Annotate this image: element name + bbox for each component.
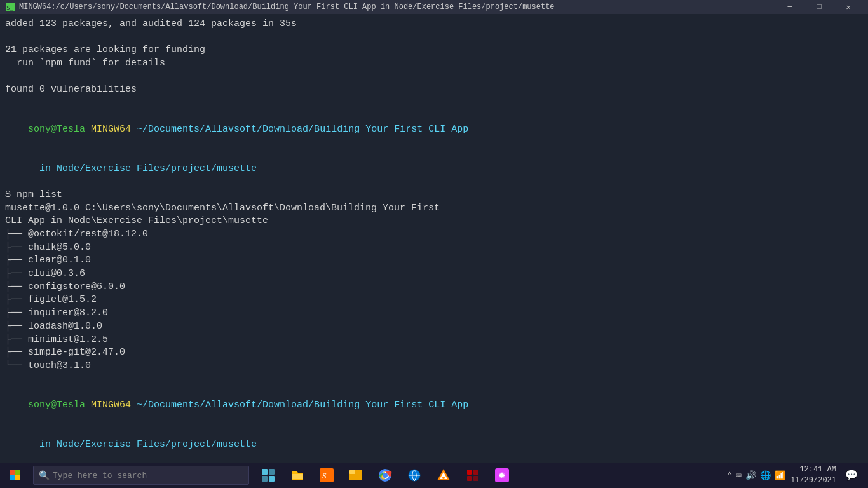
dep-line-6: ├── figlet@1.5.2: [5, 294, 863, 307]
svg-point-18: [442, 477, 445, 479]
window-controls: ─ □ ✕: [775, 0, 863, 14]
window-title: MINGW64:/c/Users/sony/Documents/Allavsof…: [19, 3, 555, 11]
prompt-mingw-2: MINGW64: [91, 400, 131, 410]
taskbar: 🔍 Type here to search S: [0, 463, 868, 488]
clock-time: 12:41 AM: [799, 464, 836, 475]
prompt-at-2: [85, 400, 91, 410]
dep-line-8: ├── loadash@1.0.0: [5, 320, 863, 334]
svg-point-16: [383, 473, 388, 478]
svg-rect-13: [349, 470, 355, 474]
system-tray: ⌃ ⌨ 🔊 🌐 📶: [727, 470, 785, 481]
maximize-button[interactable]: □: [804, 0, 834, 14]
prompt-path-1: ~/Documents/Allavsoft/Download/Building …: [137, 124, 468, 135]
svg-rect-7: [269, 469, 275, 475]
notification-button[interactable]: 💬: [841, 463, 862, 488]
svg-rect-23: [473, 476, 478, 481]
output-line-blank3: [5, 97, 863, 110]
svg-text:$_: $_: [6, 4, 13, 11]
file-manager-button[interactable]: [283, 463, 311, 488]
svg-rect-6: [262, 469, 268, 475]
dep-line-2: ├── chalk@5.0.0: [5, 241, 863, 255]
titlebar-icon-area: $_ MINGW64:/c/Users/sony/Documents/Allav…: [5, 2, 555, 12]
dep-line-7: ├── inquirer@8.2.0: [5, 307, 863, 320]
svg-rect-20: [467, 470, 472, 475]
titlebar: $_ MINGW64:/c/Users/sony/Documents/Allav…: [0, 0, 868, 14]
prompt-line-2: sony@Tesla MINGW64 ~/Documents/Allavsoft…: [5, 386, 863, 425]
svg-rect-3: [15, 470, 20, 475]
prompt-line-1: sony@Tesla MINGW64 ~/Documents/Allavsoft…: [5, 110, 863, 149]
vlc-button[interactable]: [430, 463, 458, 488]
prompt-line-2b: in Node/Exercise Files/project/musette: [5, 425, 863, 463]
pkg-line-1: musette@1.0.0 C:\Users\sony\Documents\Al…: [5, 202, 863, 215]
prompt-line-1b: in Node/Exercise Files/project/musette: [5, 149, 863, 189]
dep-line-11: └── touch@3.1.0: [5, 360, 863, 373]
volume-icon[interactable]: 🔊: [745, 470, 756, 481]
color-app-button[interactable]: [488, 463, 516, 488]
output-line-4: run `npm fund` for details: [5, 57, 863, 71]
notification-icon: 💬: [845, 469, 858, 482]
clock-date: 11/29/2021: [790, 475, 836, 486]
prompt-path-2: ~/Documents/Allavsoft/Download/Building …: [137, 400, 468, 410]
output-line-blank2: [5, 71, 863, 84]
start-button[interactable]: [0, 463, 31, 488]
dep-line-3: ├── clear@0.1.0: [5, 254, 863, 268]
svg-rect-5: [15, 475, 20, 480]
taskbar-apps: S: [254, 463, 727, 488]
svg-text:S: S: [322, 471, 327, 480]
close-button[interactable]: ✕: [834, 0, 863, 14]
dep-line-4: ├── clui@0.3.6: [5, 268, 863, 281]
pkg-line-2: CLI App in Node\Exercise Files\project\m…: [5, 215, 863, 228]
task-view-button[interactable]: [254, 463, 282, 488]
dep-line-5: ├── configstore@6.0.0: [5, 281, 863, 294]
chrome-button[interactable]: [371, 463, 399, 488]
system-clock[interactable]: 12:41 AM 11/29/2021: [790, 464, 836, 486]
wifi-icon[interactable]: 📶: [775, 470, 785, 481]
prompt-user-1: sony@Tesla: [28, 124, 85, 135]
prompt-path-2b: in Node/Exercise Files/project/musette: [28, 439, 257, 450]
terminal-output: added 123 packages, and audited 124 pack…: [0, 14, 868, 463]
prompt-user-2: sony@Tesla: [28, 400, 85, 410]
svg-rect-9: [269, 476, 275, 482]
dep-line-9: ├── minimist@1.2.5: [5, 334, 863, 347]
taskbar-search-bar[interactable]: 🔍 Type here to search: [33, 466, 249, 485]
network-icon[interactable]: 🌐: [760, 470, 771, 481]
svg-rect-21: [473, 470, 478, 475]
output-line-3: 21 packages are looking for funding: [5, 44, 863, 57]
svg-rect-2: [10, 470, 15, 475]
prompt-sp-2: [131, 400, 137, 410]
svg-rect-4: [10, 475, 15, 480]
keyboard-icon[interactable]: ⌨: [736, 470, 742, 481]
svg-rect-22: [467, 476, 472, 481]
minimize-button[interactable]: ─: [775, 0, 804, 14]
explorer-button[interactable]: [342, 463, 370, 488]
prompt-path-1b: in Node/Exercise Files/project/musette: [28, 163, 257, 174]
dep-line-1: ├── @octokit/rest@18.12.0: [5, 228, 863, 241]
browser-button[interactable]: [400, 463, 428, 488]
cmd-line-1: $ npm list: [5, 189, 863, 202]
output-line-blank1: [5, 31, 863, 44]
terminal-icon: $_: [5, 2, 15, 12]
search-input[interactable]: Type here to search: [53, 471, 243, 480]
output-line-6: found 0 vulnerabilities: [5, 83, 863, 97]
dep-line-10: ├── simple-git@2.47.0: [5, 346, 863, 360]
sublime-text-button[interactable]: S: [313, 463, 341, 488]
prompt-at-1: [85, 124, 91, 135]
prompt-mingw-1: MINGW64: [91, 124, 131, 135]
tray-arrow-icon[interactable]: ⌃: [727, 470, 732, 481]
output-line-1: added 123 packages, and audited 124 pack…: [5, 18, 863, 31]
media-player-button[interactable]: [459, 463, 487, 488]
taskbar-right: ⌃ ⌨ 🔊 🌐 📶 12:41 AM 11/29/2021 💬: [727, 463, 868, 488]
svg-rect-8: [262, 476, 268, 482]
search-icon: 🔍: [39, 470, 49, 480]
prompt-sp-1: [131, 124, 137, 135]
output-line-blank4: [5, 373, 863, 386]
